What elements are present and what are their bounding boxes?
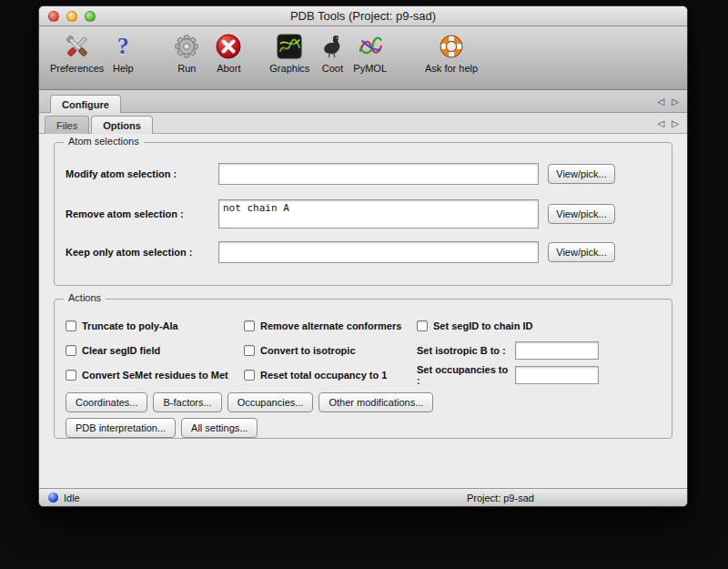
set-isotropic-b-input[interactable]	[515, 341, 599, 360]
sub-tab-scroll-left-icon[interactable]: ◁	[658, 118, 665, 128]
set-occupancies-label: Set occupancies to :	[417, 364, 510, 386]
modify-view-pick-button[interactable]: View/pick...	[548, 164, 615, 184]
truncate-poly-ala-label: Truncate to poly-Ala	[82, 320, 178, 331]
tab-options-label: Options	[103, 120, 141, 131]
remove-atom-selection-input[interactable]: not chain A	[218, 199, 539, 229]
checkbox-convert-semet-to-met[interactable]	[66, 370, 76, 381]
lifebuoy-icon	[436, 31, 467, 62]
keep-atom-selection-input[interactable]	[218, 241, 539, 263]
traffic-lights	[48, 11, 96, 22]
pymol-label: PyMOL	[353, 63, 387, 74]
coot-label: Coot	[322, 63, 343, 74]
checkbox-clear-segid-field[interactable]	[66, 345, 76, 356]
preferences-tools-icon	[62, 31, 93, 62]
tab-files-label: Files	[56, 120, 77, 131]
set-isotropic-b-field-row: Set isotropic B to :	[417, 342, 661, 358]
ask-for-help-button[interactable]: Ask for help	[425, 31, 478, 74]
main-tab-pager: ◁ ▷	[658, 97, 679, 107]
status-indicator-icon	[48, 493, 58, 503]
zoom-window-button[interactable]	[85, 11, 96, 22]
set-isotropic-b-label: Set isotropic B to :	[417, 345, 510, 356]
atom-selections-group: Atom selections Modify atom selection : …	[54, 142, 672, 286]
sub-tab-bar: Files Options ◁ ▷	[39, 113, 687, 134]
abort-button[interactable]: Abort	[213, 31, 244, 74]
clear-segid-field-label: Clear segID field	[82, 345, 160, 356]
preferences-label: Preferences	[50, 63, 104, 74]
sub-tab-scroll-right-icon[interactable]: ▷	[672, 118, 679, 128]
project-status-text: Project: p9-sad	[467, 493, 534, 503]
actions-checkbox-grid: Truncate to poly-Ala Remove alternate co…	[66, 318, 661, 382]
help-button[interactable]: ? Help	[107, 31, 138, 74]
atom-selections-group-title: Atom selections	[64, 136, 144, 147]
graphics-button[interactable]: Graphics	[269, 31, 309, 74]
status-bar: Idle Project: p9-sad	[39, 488, 687, 506]
keep-view-pick-button[interactable]: View/pick...	[548, 242, 615, 262]
actions-button-row-2: PDB interpretation... All settings...	[66, 418, 661, 438]
convert-to-isotropic-label: Convert to isotropic	[260, 345, 356, 356]
app-window: PDB Tools (Project: p9-sad) Preferenc	[38, 5, 688, 507]
occupancies-button[interactable]: Occupancies...	[228, 392, 314, 412]
preferences-button[interactable]: Preferences	[50, 31, 104, 74]
help-question-icon: ?	[107, 31, 138, 62]
tab-options[interactable]: Options	[91, 116, 153, 134]
modify-atom-selection-label: Modify atom selection :	[66, 168, 209, 179]
coot-bird-icon	[317, 31, 348, 62]
remove-alternate-conformers-label: Remove alternate conformers	[260, 320, 401, 331]
titlebar: PDB Tools (Project: p9-sad)	[39, 6, 687, 26]
reset-total-occupancy-label: Reset total occupancy to 1	[260, 370, 387, 381]
remove-atom-selection-row: Remove atom selection : not chain A View…	[66, 199, 661, 229]
close-window-button[interactable]	[48, 11, 59, 22]
set-occupancies-field-row: Set occupancies to :	[417, 367, 661, 382]
status-text: Idle	[64, 493, 80, 503]
tab-files[interactable]: Files	[45, 116, 89, 134]
graphics-label: Graphics	[269, 63, 309, 74]
convert-to-isotropic-option: Convert to isotropic	[244, 342, 417, 358]
remove-alternate-conformers-option: Remove alternate conformers	[244, 318, 417, 333]
actions-group: Actions Truncate to poly-Ala Remove alte…	[54, 299, 672, 439]
checkbox-reset-total-occupancy[interactable]	[244, 370, 255, 381]
coordinates-button[interactable]: Coordinates...	[66, 392, 147, 412]
modify-atom-selection-input[interactable]	[218, 163, 539, 185]
convert-semet-option: Convert SeMet residues to Met	[66, 367, 244, 382]
tab-configure[interactable]: Configure	[50, 95, 121, 113]
options-panel: Atom selections Modify atom selection : …	[39, 134, 687, 488]
keep-atom-selection-label: Keep only atom selection :	[66, 247, 209, 258]
window-title: PDB Tools (Project: p9-sad)	[290, 9, 436, 23]
tab-scroll-right-icon[interactable]: ▷	[672, 97, 679, 107]
remove-atom-selection-label: Remove atom selection :	[66, 208, 209, 219]
pdb-interpretation-button[interactable]: PDB interpretation...	[66, 418, 176, 438]
coot-button[interactable]: Coot	[317, 31, 348, 74]
minimize-window-button[interactable]	[66, 11, 77, 22]
actions-group-title: Actions	[64, 292, 106, 303]
pymol-button[interactable]: PyMOL	[353, 31, 387, 74]
all-settings-button[interactable]: All settings...	[181, 418, 258, 438]
sub-tab-pager: ◁ ▷	[658, 118, 679, 128]
checkbox-truncate-to-poly-ala[interactable]	[66, 320, 76, 331]
tab-configure-label: Configure	[62, 99, 109, 110]
truncate-poly-ala-option: Truncate to poly-Ala	[66, 318, 244, 333]
b-factors-button[interactable]: B-factors...	[153, 392, 221, 412]
set-segid-to-chain-id-option: Set segID to chain ID	[417, 318, 661, 333]
abort-label: Abort	[217, 63, 240, 74]
checkbox-convert-to-isotropic[interactable]	[244, 345, 255, 356]
pymol-ribbon-icon	[355, 31, 386, 62]
checkbox-remove-alternate-conformers[interactable]	[244, 320, 255, 331]
main-tab-bar: Configure ◁ ▷	[39, 90, 687, 113]
ask-for-help-label: Ask for help	[425, 63, 478, 74]
abort-red-x-icon	[213, 31, 244, 62]
other-modifications-button[interactable]: Other modifications...	[318, 392, 433, 412]
reset-total-occupancy-option: Reset total occupancy to 1	[244, 367, 417, 382]
toolbar: Preferences ? Help Run	[39, 26, 687, 90]
set-occupancies-input[interactable]	[515, 366, 599, 384]
run-button[interactable]: Run	[171, 31, 202, 74]
modify-atom-selection-row: Modify atom selection : View/pick...	[66, 163, 661, 185]
actions-button-row-1: Coordinates... B-factors... Occupancies.…	[66, 392, 661, 412]
run-gear-icon	[171, 31, 202, 62]
tab-scroll-left-icon[interactable]: ◁	[658, 97, 665, 107]
remove-view-pick-button[interactable]: View/pick...	[548, 204, 615, 224]
graphics-viewer-icon	[274, 31, 305, 62]
help-label: Help	[113, 63, 134, 74]
clear-segid-field-option: Clear segID field	[66, 342, 244, 358]
set-segid-to-chain-id-label: Set segID to chain ID	[433, 320, 532, 331]
checkbox-set-segid-to-chain-id[interactable]	[417, 320, 428, 331]
